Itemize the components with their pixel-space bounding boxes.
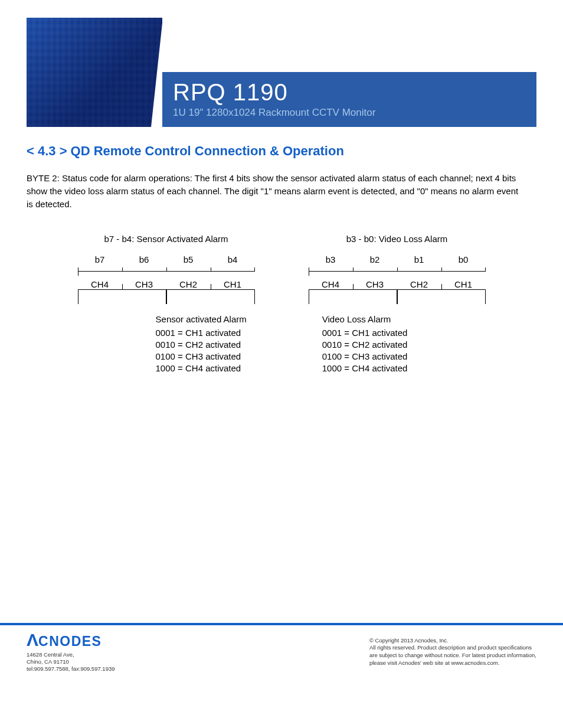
ch-label-ch4: CH4 [78,276,122,289]
bit-label-b2: b2 [353,254,397,267]
ch-label-ch2: CH2 [166,276,211,289]
ch-label-ch3-r: CH3 [353,276,397,289]
logo-text: CNODES [38,634,102,649]
page-footer: Λ CNODES 14628 Central Ave, Chino, CA 91… [0,623,563,691]
copy-line-3: are subject to change without notice. Fo… [369,652,536,660]
ch-label-ch2-r: CH2 [397,276,441,289]
copy-line-2: All rights reserved. Product description… [369,644,536,652]
product-name: RPQ 1190 [173,79,526,106]
header-banner: RPQ 1190 1U 19" 1280x1024 Rackmount CCTV… [27,18,536,127]
video-heading: b3 - b0: Video Loss Alarm [346,234,448,244]
address-line-2: Chino, CA 91710 [27,658,115,665]
video-code-2: 0010 = CH2 activated [322,339,408,351]
sensor-code-2: 0010 = CH2 activated [156,339,247,351]
video-loss-column: b3 - b0: Video Loss Alarm b3 b2 b1 b0 CH… [308,234,486,304]
alarm-code-lists: Sensor activated Alarm 0001 = CH1 activa… [27,314,536,374]
header-image [27,18,162,127]
bit-label-b7: b7 [78,254,122,267]
address-line-1: 14628 Central Ave, [27,651,115,658]
bit-label-b1: b1 [397,254,441,267]
video-loss-codes: Video Loss Alarm 0001 = CH1 activated 00… [322,314,408,374]
video-loss-title: Video Loss Alarm [322,314,408,325]
bit-label-b3: b3 [309,254,353,267]
bit-diagram: b7 - b4: Sensor Activated Alarm b7 b6 b5… [27,234,536,304]
sensor-code-3: 0100 = CH3 activated [156,351,247,363]
video-code-3: 0100 = CH3 activated [322,351,408,363]
ch-label-ch4-r: CH4 [309,276,353,289]
company-logo: Λ CNODES [27,630,115,650]
video-code-1: 0001 = CH1 activated [322,327,408,339]
copy-line-4: please visit Acnodes' web site at www.ac… [369,660,536,667]
ch-label-ch1: CH1 [211,276,255,289]
address-line-3: tel:909.597.7588, fax:909.597.1939 [27,665,115,672]
bit-label-b5: b5 [166,254,211,267]
sensor-heading: b7 - b4: Sensor Activated Alarm [104,234,228,244]
sensor-alarm-column: b7 - b4: Sensor Activated Alarm b7 b6 b5… [77,234,255,304]
bit-label-b6: b6 [122,254,166,267]
header-text-area: RPQ 1190 1U 19" 1280x1024 Rackmount CCTV… [162,18,536,127]
ch-label-ch3: CH3 [122,276,166,289]
ch-label-ch1-r: CH1 [441,276,486,289]
video-code-4: 1000 = CH4 activated [322,363,408,374]
bit-label-b4: b4 [211,254,255,267]
product-desc: 1U 19" 1280x1024 Rackmount CCTV Monitor [173,107,526,119]
byte2-description: BYTE 2: Status code for alarm operations… [27,172,536,210]
sensor-code-4: 1000 = CH4 activated [156,363,247,374]
section-title: < 4.3 > QD Remote Control Connection & O… [27,143,536,159]
sensor-alarm-title: Sensor activated Alarm [156,314,247,325]
bit-label-b0: b0 [441,254,486,267]
copy-line-1: © Copyright 2013 Acnodes, Inc. [369,637,536,645]
logo-glyph: Λ [27,630,38,650]
sensor-alarm-codes: Sensor activated Alarm 0001 = CH1 activa… [156,314,247,374]
sensor-code-1: 0001 = CH1 activated [156,327,247,339]
